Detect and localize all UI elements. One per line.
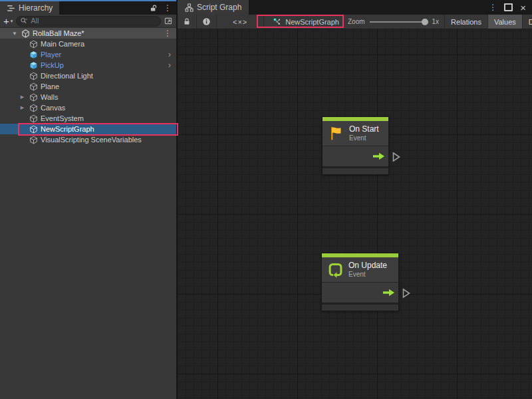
start-flag-icon [328, 125, 344, 142]
zoom-control: Zoom 1x [348, 18, 444, 25]
prefab-open-chevron-icon[interactable]: › [168, 61, 176, 69]
hierarchy-item-player[interactable]: Player › [0, 49, 176, 60]
gameobject-cube-icon [29, 82, 38, 91]
hierarchy-item-directional-light[interactable]: Directional Light [0, 70, 176, 81]
search-placeholder: All [31, 17, 39, 25]
search-input[interactable]: All [16, 16, 161, 27]
zoom-value: 1x [432, 18, 440, 25]
prefab-open-chevron-icon[interactable]: › [168, 51, 176, 59]
hierarchy-item-canvas[interactable]: ▶ Canvas [0, 102, 176, 113]
scene-menu-icon[interactable]: ⋮ [164, 29, 172, 37]
close-icon[interactable]: × [520, 3, 526, 13]
gameobject-cube-icon [29, 104, 38, 112]
search-window-icon[interactable] [164, 17, 173, 25]
tab-script-graph[interactable]: Script Graph [178, 0, 249, 15]
graph-info-button[interactable] [197, 15, 217, 29]
zoom-slider-handle[interactable] [422, 19, 428, 25]
flow-output-arrow-icon[interactable] [372, 152, 385, 160]
hierarchy-item-walls[interactable]: ▶ Walls [0, 92, 176, 102]
hierarchy-icon [7, 4, 15, 13]
gameobject-cube-icon [29, 40, 38, 49]
zoom-slider[interactable] [370, 21, 427, 23]
hierarchy-panel: Hierarchy ⋮ + ▾ All ▼ RollaBall Ma [0, 0, 176, 399]
flow-output-port[interactable] [392, 152, 401, 163]
hierarchy-menu-icon[interactable]: ⋮ [164, 4, 172, 12]
search-icon [20, 17, 28, 25]
hierarchy-item-main-camera[interactable]: Main Camera [0, 39, 176, 49]
tab-hierarchy[interactable]: Hierarchy [0, 1, 59, 15]
update-loop-icon [327, 261, 344, 278]
foldout-collapsed-icon[interactable]: ▶ [18, 94, 27, 100]
graph-canvas[interactable]: On Start Event On Updat [178, 29, 532, 399]
hierarchy-item-scenevariables[interactable]: VisualScripting SceneVariables [0, 134, 176, 145]
node-title: On Update [348, 261, 387, 271]
node-footer [323, 166, 388, 174]
hierarchy-item-eventsystem[interactable]: EventSystem [0, 113, 176, 124]
tab-hierarchy-label: Hierarchy [19, 3, 53, 13]
tabstrip-spacer [59, 1, 150, 15]
gameobject-cube-icon [29, 72, 38, 80]
hierarchy-tabstrip: Hierarchy ⋮ [0, 1, 176, 15]
relations-toggle[interactable]: Relations [444, 15, 487, 29]
scene-header-row[interactable]: ▼ RollaBall Maze* ⋮ [0, 28, 176, 39]
values-toggle[interactable]: Values [487, 15, 522, 29]
scene-foldout-icon[interactable]: ▼ [11, 31, 19, 37]
prefab-cube-icon [29, 51, 38, 59]
dim-toggle[interactable]: Di [522, 15, 532, 29]
node-subtitle: Event [349, 134, 379, 142]
scene-name: RollaBall Maze* [33, 29, 84, 37]
add-gameobject-button[interactable]: + ▾ [3, 16, 13, 26]
node-on-start[interactable]: On Start Event [322, 116, 389, 175]
unlock-icon[interactable] [150, 4, 158, 13]
plus-icon: + [3, 16, 9, 26]
script-graph-panel: Script Graph ⋮ × <×> NewScriptGraph Zoom… [176, 0, 532, 399]
gameobject-cube-icon [29, 136, 38, 144]
flow-output-port[interactable] [402, 288, 411, 299]
flow-output-arrow-icon[interactable] [382, 289, 395, 297]
graph-toolbar: <×> NewScriptGraph Zoom 1x Relations Val… [178, 15, 532, 29]
gameobject-cube-icon [29, 114, 38, 123]
node-ports-row [322, 282, 398, 303]
hierarchy-toolbar: + ▾ All [0, 15, 176, 28]
hierarchy-item-plane[interactable]: Plane [0, 81, 176, 92]
node-footer [322, 303, 398, 311]
node-graph-icon [185, 3, 194, 12]
node-ports-row [323, 146, 388, 166]
window-menu-icon[interactable]: ⋮ [489, 3, 497, 11]
unity-logo-icon [21, 29, 30, 38]
dropdown-caret-icon: ▾ [11, 19, 13, 23]
zoom-label: Zoom [348, 18, 365, 25]
annotation-highlight-graph-name [257, 15, 344, 28]
node-title: On Start [349, 124, 379, 134]
maximize-icon[interactable] [504, 3, 513, 11]
gameobject-cube-icon [29, 93, 38, 102]
annotation-highlight-hierarchy-item [18, 123, 178, 136]
graph-lock-button[interactable] [178, 15, 197, 29]
graph-tabstrip: Script Graph ⋮ × [178, 0, 532, 15]
tab-script-graph-label: Script Graph [197, 3, 241, 12]
foldout-collapsed-icon[interactable]: ▶ [18, 105, 27, 110]
node-on-update[interactable]: On Update Event [321, 253, 399, 311]
node-subtitle: Event [348, 271, 387, 279]
prefab-cube-icon [29, 61, 38, 70]
hierarchy-item-pickup[interactable]: PickUp › [0, 60, 176, 70]
